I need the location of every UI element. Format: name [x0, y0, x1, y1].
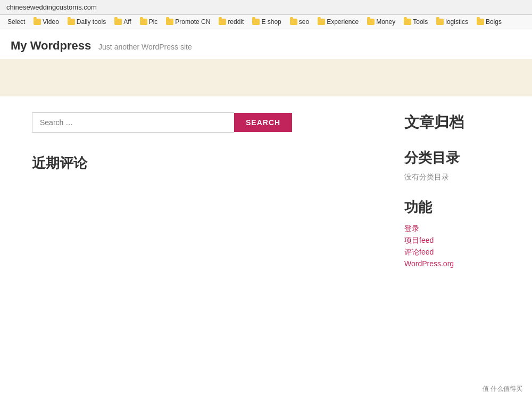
bookmark-label: Aff	[123, 18, 131, 26]
search-button[interactable]: SEARCH	[234, 113, 292, 132]
folder-icon	[219, 19, 226, 25]
bookmark-item[interactable]: Video	[30, 17, 62, 27]
folder-icon	[166, 19, 173, 25]
bookmark-item[interactable]: Experience	[314, 17, 362, 27]
recent-comments-heading: 近期评论	[32, 154, 383, 173]
func-links-container: 登录项目feed评论feedWordPress.org	[404, 224, 521, 268]
bookmark-label: logistics	[445, 18, 468, 26]
bookmark-item[interactable]: Daily tools	[64, 17, 109, 27]
folder-icon	[477, 19, 484, 25]
banner-image	[0, 59, 532, 96]
bookmark-label: Select	[7, 18, 25, 26]
bookmark-item[interactable]: Select	[4, 17, 28, 27]
site-tagline: Just another WordPress site	[98, 43, 192, 51]
main-content: SEARCH 近期评论 文章归档 分类目录 没有分类目录 功能 登录项目feed…	[0, 96, 532, 300]
site-title: My Wordpress	[11, 39, 91, 52]
func-link[interactable]: 评论feed	[404, 248, 521, 257]
func-link[interactable]: 项目feed	[404, 236, 521, 245]
search-input[interactable]	[32, 112, 234, 133]
bookmark-label: Bolgs	[486, 18, 502, 26]
bookmark-label: Daily tools	[77, 18, 106, 26]
category-heading: 分类目录	[404, 149, 521, 167]
func-heading: 功能	[404, 198, 521, 217]
folder-icon	[367, 19, 375, 25]
bookmark-item[interactable]: Aff	[111, 17, 134, 27]
folder-icon	[290, 19, 297, 25]
bookmark-label: Money	[376, 18, 395, 26]
address-bar[interactable]: chineseweddingcustoms.com	[0, 0, 532, 15]
bookmark-label: Experience	[327, 18, 359, 26]
bookmark-item[interactable]: E shop	[249, 17, 284, 27]
folder-icon	[404, 19, 411, 25]
folder-icon	[68, 19, 75, 25]
search-area: SEARCH	[32, 112, 383, 133]
bookmark-label: Pic	[149, 18, 158, 26]
bookmarks-bar: SelectVideoDaily toolsAffPicPromote CNre…	[0, 15, 532, 29]
folder-icon	[34, 19, 41, 25]
bookmark-item[interactable]: reddit	[215, 17, 247, 27]
bookmark-label: reddit	[228, 18, 244, 26]
bookmark-item[interactable]: Money	[364, 17, 398, 27]
bookmark-item[interactable]: logistics	[433, 17, 471, 27]
bookmark-label: Promote CN	[175, 18, 210, 26]
folder-icon	[436, 19, 444, 25]
bookmark-label: Video	[43, 18, 59, 26]
category-widget: 分类目录 没有分类目录	[404, 149, 521, 182]
bookmark-item[interactable]: seo	[287, 17, 312, 27]
folder-icon	[318, 19, 325, 25]
func-link[interactable]: 登录	[404, 224, 521, 234]
func-link[interactable]: WordPress.org	[404, 259, 521, 268]
site-header: My Wordpress Just another WordPress site	[0, 29, 532, 59]
function-widget: 功能 登录项目feed评论feedWordPress.org	[404, 198, 521, 268]
bookmark-label: Tools	[413, 18, 428, 26]
bookmark-item[interactable]: Bolgs	[473, 17, 505, 27]
folder-icon	[140, 19, 147, 25]
no-category-text: 没有分类目录	[404, 173, 521, 182]
bookmark-label: E shop	[261, 18, 281, 26]
folder-icon	[252, 19, 260, 25]
bookmark-label: seo	[299, 18, 309, 26]
archive-heading: 文章归档	[404, 112, 521, 133]
url-text: chineseweddingcustoms.com	[6, 3, 97, 11]
right-column: 文章归档 分类目录 没有分类目录 功能 登录项目feed评论feedWordPr…	[404, 112, 521, 284]
folder-icon	[114, 19, 122, 25]
bookmark-item[interactable]: Tools	[401, 17, 431, 27]
bookmark-item[interactable]: Pic	[137, 17, 161, 27]
left-column: SEARCH 近期评论	[11, 112, 383, 284]
archive-widget: 文章归档	[404, 112, 521, 133]
bookmark-item[interactable]: Promote CN	[163, 17, 213, 27]
